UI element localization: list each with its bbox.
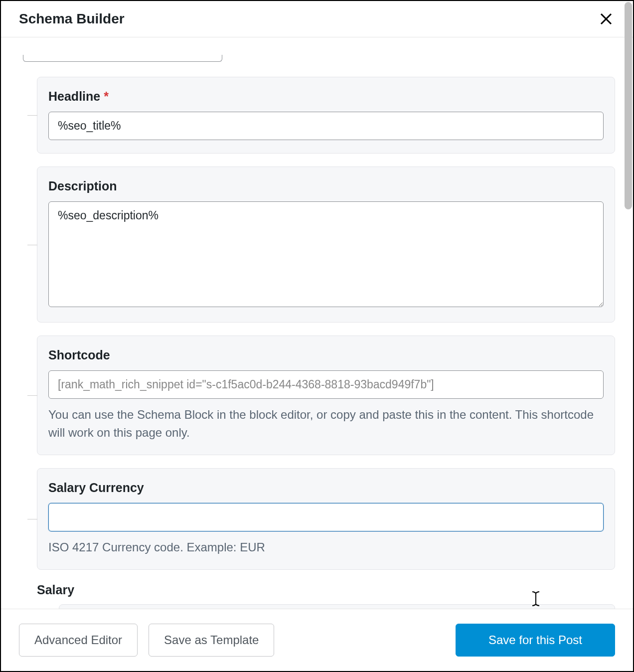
save-for-this-post-button[interactable]: Save for this Post <box>456 624 615 657</box>
tree-connector <box>27 519 37 519</box>
salary-field-card-partial <box>59 604 615 609</box>
required-indicator: * <box>104 89 109 103</box>
salary-currency-helper-text: ISO 4217 Currency code. Example: EUR <box>48 538 604 556</box>
tree-connector <box>27 395 37 396</box>
headline-input[interactable] <box>48 112 604 140</box>
modal-title: Schema Builder <box>19 11 125 27</box>
shortcode-input[interactable] <box>48 370 604 399</box>
tree-connector <box>27 245 37 245</box>
advanced-editor-button[interactable]: Advanced Editor <box>19 624 138 657</box>
footer-bar: Advanced Editor Save as Template Save fo… <box>1 609 633 671</box>
description-label: Description <box>48 179 604 193</box>
salary-currency-label: Salary Currency <box>48 481 604 495</box>
shortcode-field-card: Shortcode You can use the Schema Block i… <box>37 336 615 455</box>
close-icon <box>599 11 614 26</box>
content-area: Headline * Description Shortcode You can… <box>1 55 633 609</box>
partial-element-top <box>23 55 222 62</box>
save-as-template-button[interactable]: Save as Template <box>149 624 274 657</box>
salary-currency-input[interactable] <box>48 503 604 531</box>
modal-header: Schema Builder <box>1 1 633 37</box>
shortcode-helper-text: You can use the Schema Block in the bloc… <box>48 406 604 442</box>
description-field-card: Description <box>37 167 615 323</box>
tree-connector <box>27 115 37 116</box>
footer-left-group: Advanced Editor Save as Template <box>19 624 274 657</box>
salary-currency-field-card: Salary Currency ISO 4217 Currency code. … <box>37 468 615 570</box>
headline-label-text: Headline <box>48 89 100 103</box>
headline-label: Headline * <box>48 89 604 104</box>
shortcode-label: Shortcode <box>48 348 604 362</box>
description-textarea[interactable] <box>48 201 604 307</box>
headline-field-card: Headline * <box>37 77 615 154</box>
salary-section-label: Salary <box>37 583 615 597</box>
close-button[interactable] <box>597 10 615 28</box>
